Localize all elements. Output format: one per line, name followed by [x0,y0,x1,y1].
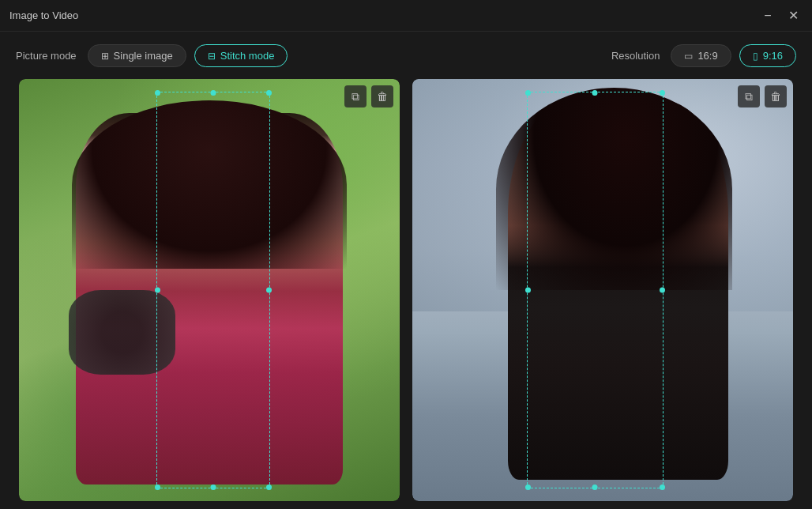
main-content: ⧉ 🗑 [0,79,812,509]
left-hair [72,100,346,270]
res-916-label: 9:16 [763,50,783,62]
res-169-icon [684,50,693,62]
panel-right-actions: ⧉ 🗑 [738,85,787,107]
panel-left-actions: ⧉ 🗑 [344,85,393,107]
panel-left-delete-button[interactable]: 🗑 [371,85,393,107]
picture-mode-label: Picture mode [16,50,77,62]
res-169-label: 16:9 [697,50,717,62]
panel-right-duplicate-button[interactable]: ⧉ [738,85,760,107]
delete-icon-right: 🗑 [770,90,781,103]
toolbar: Picture mode Single image Stitch mode Re… [0,32,812,79]
right-hair [496,88,732,290]
resolution-169-button[interactable]: 16:9 [671,44,731,67]
stitch-mode-icon [208,50,216,62]
image-panel-left[interactable]: ⧉ 🗑 [19,79,400,501]
duplicate-icon-right: ⧉ [745,90,753,104]
resolution-916-button[interactable]: 9:16 [739,44,796,67]
single-image-label: Single image [114,50,173,62]
left-image-container [19,79,400,501]
window-title: Image to Video [9,9,78,21]
res-916-icon [753,50,758,62]
panel-right-delete-button[interactable]: 🗑 [765,85,787,107]
resolution-label: Resolution [611,50,660,62]
stitch-mode-label: Stitch mode [220,50,275,62]
duplicate-icon: ⧉ [351,90,359,104]
minimize-button[interactable]: − [758,6,777,25]
title-bar: Image to Video − ✕ [0,0,812,32]
window-controls: − ✕ [758,6,803,25]
camera-hint [69,290,175,375]
delete-icon: 🗑 [377,90,388,103]
image-panel-right[interactable]: ⧉ 🗑 [412,79,793,501]
stitch-mode-button[interactable]: Stitch mode [194,44,288,67]
single-image-icon [101,50,109,62]
right-image-container [412,79,793,501]
close-button[interactable]: ✕ [784,6,803,25]
single-image-button[interactable]: Single image [88,44,186,67]
panel-left-duplicate-button[interactable]: ⧉ [344,85,367,107]
